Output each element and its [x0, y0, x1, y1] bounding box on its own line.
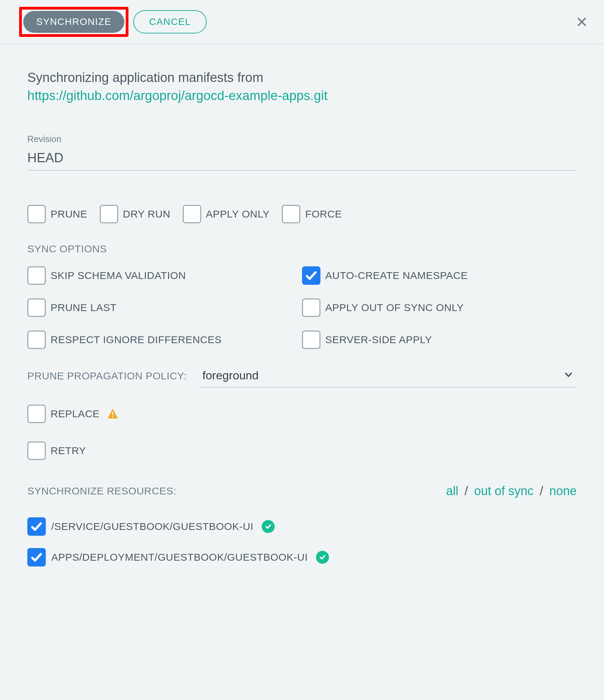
option-prune-label: PRUNE	[51, 208, 87, 220]
status-synced-icon	[262, 520, 275, 533]
filter-all-link[interactable]: all	[446, 484, 458, 498]
checkbox-dry-run[interactable]	[100, 205, 118, 223]
checkbox-respect-ignore-differences[interactable]	[27, 331, 46, 349]
option-server-side-apply-label: SERVER-SIDE APPLY	[325, 334, 432, 346]
option-prune-last-label: PRUNE LAST	[51, 302, 116, 313]
top-options-row: PRUNE DRY RUN APPLY ONLY FORCE	[27, 205, 577, 223]
checkbox-prune-last[interactable]	[27, 298, 46, 317]
filter-out-of-sync-link[interactable]: out of sync	[474, 484, 534, 498]
option-apply-only: APPLY ONLY	[183, 205, 270, 223]
option-skip-schema-validation-label: SKIP SCHEMA VALIDATION	[51, 270, 186, 281]
option-replace-label: REPLACE	[51, 408, 100, 420]
topbar: SYNCHRONIZE CANCEL	[0, 0, 604, 44]
sync-options-grid: SKIP SCHEMA VALIDATION AUTO-CREATE NAMES…	[27, 266, 577, 349]
synchronize-highlight: SYNCHRONIZE	[19, 7, 128, 37]
prune-policy-label: PRUNE PROPAGATION POLICY:	[27, 370, 187, 382]
option-respect-ignore-differences: RESPECT IGNORE DIFFERENCES	[27, 331, 302, 349]
checkbox-skip-schema-validation[interactable]	[27, 266, 46, 285]
checkbox-retry[interactable]	[27, 442, 46, 460]
retry-row: RETRY	[27, 442, 577, 461]
sync-options-header: SYNC OPTIONS	[27, 243, 577, 255]
option-apply-out-of-sync-only: APPLY OUT OF SYNC ONLY	[302, 298, 577, 317]
revision-label: Revision	[27, 134, 577, 144]
checkbox-server-side-apply[interactable]	[302, 331, 320, 349]
svg-rect-2	[112, 412, 113, 416]
option-respect-ignore-differences-label: RESPECT IGNORE DIFFERENCES	[51, 334, 222, 346]
option-retry-label: RETRY	[51, 445, 86, 457]
option-force-label: FORCE	[305, 208, 342, 220]
warning-icon	[107, 408, 119, 420]
option-apply-out-of-sync-only-label: APPLY OUT OF SYNC ONLY	[325, 302, 464, 313]
checkbox-prune[interactable]	[27, 205, 46, 223]
filter-sep-1: /	[465, 484, 468, 498]
resource-filter-links: all / out of sync / none	[446, 484, 577, 498]
checkbox-apply-only[interactable]	[183, 205, 201, 223]
cancel-button[interactable]: CANCEL	[133, 10, 207, 33]
synchronize-button[interactable]: SYNCHRONIZE	[23, 11, 124, 33]
resource-item: APPS/DEPLOYMENT/GUESTBOOK/GUESTBOOK-UI	[27, 548, 577, 566]
sync-intro-text: Synchronizing application manifests from	[27, 68, 577, 87]
repo-link[interactable]: https://github.com/argoproj/argocd-examp…	[27, 88, 328, 103]
option-auto-create-namespace: AUTO-CREATE NAMESPACE	[302, 266, 577, 285]
chevron-down-icon	[564, 369, 573, 382]
checkbox-apply-out-of-sync-only[interactable]	[302, 298, 320, 317]
prune-policy-row: PRUNE PROPAGATION POLICY: foreground	[27, 364, 577, 388]
checkbox-replace[interactable]	[27, 405, 46, 423]
checkbox-auto-create-namespace[interactable]	[302, 266, 320, 285]
option-skip-schema-validation: SKIP SCHEMA VALIDATION	[27, 266, 302, 285]
option-dry-run-label: DRY RUN	[123, 208, 170, 220]
option-dry-run: DRY RUN	[100, 205, 170, 223]
option-prune-last: PRUNE LAST	[27, 298, 302, 317]
revision-input[interactable]: HEAD	[27, 144, 577, 171]
revision-field: Revision HEAD	[27, 134, 577, 171]
option-retry: RETRY	[27, 442, 86, 460]
replace-row: REPLACE	[27, 405, 577, 424]
prune-policy-value: foreground	[202, 369, 258, 382]
resource-0-label: /SERVICE/GUESTBOOK/GUESTBOOK-UI	[51, 521, 253, 532]
resources-header: SYNCHRONIZE RESOURCES:	[27, 485, 176, 497]
resource-list: /SERVICE/GUESTBOOK/GUESTBOOK-UI APPS/DEP…	[27, 517, 577, 566]
resource-item: /SERVICE/GUESTBOOK/GUESTBOOK-UI	[27, 517, 577, 536]
sync-panel: SYNCHRONIZE CANCEL Synchronizing applica…	[0, 0, 604, 592]
checkbox-resource-1[interactable]	[27, 548, 46, 566]
option-server-side-apply: SERVER-SIDE APPLY	[302, 331, 577, 349]
svg-rect-3	[112, 417, 113, 418]
filter-none-link[interactable]: none	[549, 484, 577, 498]
checkbox-resource-0[interactable]	[27, 517, 46, 536]
prune-policy-select[interactable]: foreground	[200, 364, 577, 388]
panel-content: Synchronizing application manifests from…	[0, 44, 604, 592]
status-synced-icon	[316, 551, 329, 564]
option-force: FORCE	[282, 205, 342, 223]
option-replace: REPLACE	[27, 405, 119, 423]
checkbox-force[interactable]	[282, 205, 300, 223]
resources-header-row: SYNCHRONIZE RESOURCES: all / out of sync…	[27, 484, 577, 498]
option-auto-create-namespace-label: AUTO-CREATE NAMESPACE	[325, 270, 468, 281]
option-apply-only-label: APPLY ONLY	[206, 208, 270, 220]
resource-1-label: APPS/DEPLOYMENT/GUESTBOOK/GUESTBOOK-UI	[51, 551, 308, 563]
close-icon[interactable]	[576, 16, 588, 28]
option-prune: PRUNE	[27, 205, 87, 223]
filter-sep-2: /	[540, 484, 543, 498]
